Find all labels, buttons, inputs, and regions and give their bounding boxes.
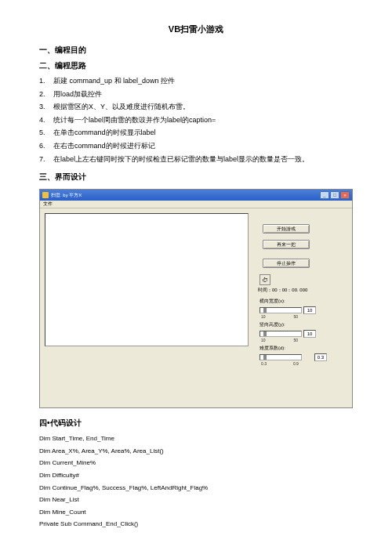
timer-label: 时间：00：00：00. 000 (258, 287, 336, 294)
option-height: 竖向高度(y): 10 10 50 (260, 321, 341, 342)
section-idea: 二、编程思路 (39, 60, 353, 71)
step-4: 统计每一个label周由雷的数豉并作为label的caption= (53, 116, 216, 124)
step-6: 在右击command的时候进行标记 (53, 142, 155, 150)
diff-value[interactable]: 0.3 (314, 353, 327, 361)
app-window: 扫雷. by 平方X _ □ × 文件 开始游戏 再来一把 停止操作 ⏱ 时间：… (39, 189, 353, 408)
width-slider[interactable] (260, 307, 302, 313)
start-button[interactable]: 开始游戏 (263, 224, 310, 234)
stop-button[interactable]: 停止操作 (263, 259, 310, 268)
step-3: 根据雷区的X、Y、以及难度进行随机布雷。 (53, 103, 190, 110)
section-ui-design: 三、界而设计 (39, 172, 353, 183)
code-line: Dim Mine_Count (39, 507, 353, 518)
maximize-button[interactable]: □ (330, 191, 339, 199)
page-title: VB扫雷小游戏 (39, 24, 353, 35)
titlebar: 扫雷. by 平方X _ □ × (40, 190, 352, 201)
step-list: 1.新建 command_up 和 label_down 控件 2.用load加… (39, 76, 353, 164)
code-listing: Dim Start_Time, End_Time Dim Area_X%, Ar… (39, 433, 353, 530)
app-icon (42, 192, 49, 198)
diff-label: 难度系数(d): (260, 345, 341, 352)
height-label: 竖向高度(y): (260, 321, 341, 328)
width-label: 横向宽度(x): (260, 298, 341, 305)
close-button[interactable]: × (340, 191, 350, 199)
code-line: Private Sub Command_End_Click() (39, 519, 353, 530)
menu-file[interactable]: 文件 (43, 201, 53, 208)
code-line: Dim Near_List (39, 494, 353, 505)
option-width: 横向宽度(x): 10 10 50 (260, 298, 341, 319)
section-purpose: 一、编程目的 (39, 45, 353, 56)
height-slider[interactable] (260, 331, 302, 337)
width-value[interactable]: 10 (303, 306, 316, 314)
window-title: 扫雷. by 平方X (51, 192, 82, 199)
code-line: Dim Area_X%, Area_Y%, Area%, Area_List() (39, 446, 353, 457)
step-1: 新建 command_up 和 label_down 控件 (53, 77, 175, 85)
menubar: 文件 (40, 201, 352, 208)
section-code-design: 四•代码设计 (39, 418, 353, 429)
code-line: Dim Difficulty# (39, 470, 353, 481)
height-value[interactable]: 10 (303, 330, 316, 338)
mine-field[interactable] (45, 213, 249, 346)
code-line: Dim Continue_Flag%, Success_Flag%, LeftA… (39, 483, 353, 494)
timer-icon[interactable]: ⏱ (260, 274, 270, 285)
code-line: Dim Start_Time, End_Time (39, 433, 353, 444)
step-2: 用load加载控件 (53, 90, 102, 98)
option-difficulty: 难度系数(d): 0.3 0.3 0.9 (260, 345, 341, 366)
code-line: Dim Current_Mine% (39, 458, 353, 469)
diff-slider[interactable] (260, 354, 302, 360)
step-5: 在单击command的时候显示label (53, 129, 156, 136)
step-7: 在label上左右键同时按下的时候检查已标记雷的数量与label显示的数量是否一… (53, 155, 309, 163)
minimize-button[interactable]: _ (320, 191, 329, 199)
again-button[interactable]: 再来一把 (263, 240, 310, 249)
